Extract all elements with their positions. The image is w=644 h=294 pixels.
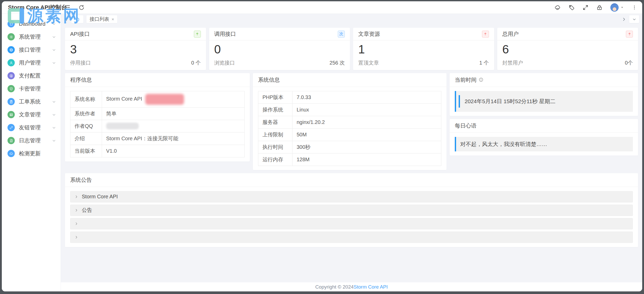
home-tab-icon — [75, 17, 80, 22]
copyright-link[interactable]: Storm Core API — [354, 284, 388, 290]
lock-icon[interactable] — [596, 4, 603, 11]
user-icon — [8, 59, 15, 66]
sidebar-item-label: 支付配置 — [19, 72, 41, 79]
accordion-row-notice[interactable]: 公告 — [70, 205, 633, 216]
chevron-right-icon — [75, 222, 78, 226]
row-label: 服务器 — [258, 116, 292, 128]
table-row: 系统作者 简单 — [70, 107, 245, 120]
stat-card-api: API接口 3 停用接口 0 个 — [65, 28, 206, 70]
table-row: 服务器 nginx/1.20.2 — [258, 116, 441, 128]
accordion-row-empty[interactable] — [70, 218, 633, 229]
arrow-up-badge-icon — [194, 31, 201, 38]
link-icon — [8, 124, 15, 131]
stat-foot-label: 置顶文章 — [358, 59, 379, 66]
clipboard-icon — [8, 98, 15, 105]
home-icon — [8, 20, 15, 27]
sidebar-item-payment-config[interactable]: 支付配置 — [2, 69, 61, 82]
panel-title: 每日心语 — [455, 122, 477, 129]
fullscreen-icon[interactable] — [582, 4, 589, 11]
sidebar-item-article-mgmt[interactable]: 文章管理 — [2, 108, 61, 121]
stat-title: API接口 — [70, 30, 90, 38]
user-menu[interactable] — [610, 3, 624, 12]
app-header: Storm Core API控制台 — [2, 1, 642, 14]
panel-title: 程序信息 — [70, 76, 92, 83]
tabs-scroll-right-icon[interactable] — [622, 17, 626, 22]
stat-title: 文章资源 — [358, 30, 380, 38]
stats-row: API接口 3 停用接口 0 个 调用接口 次 — [65, 28, 638, 70]
sidebar-item-check-update[interactable]: 检测更新 — [2, 147, 61, 160]
stat-value: 6 — [497, 40, 638, 56]
tab-close-icon[interactable]: × — [112, 17, 114, 22]
shield-check-icon — [8, 85, 15, 92]
tab-api-list[interactable]: 接口列表 × — [86, 15, 117, 23]
sidebar-item-system-mgmt[interactable]: 系统管理 — [2, 30, 61, 43]
dashboard-content: API接口 3 停用接口 0 个 调用接口 次 — [61, 25, 642, 282]
table-row: 系统名称 Storm Core API — [70, 91, 245, 107]
sidebar-item-card-key-mgmt[interactable]: 卡密管理 — [2, 82, 61, 95]
stat-title: 调用接口 — [214, 30, 236, 38]
tab-bar: 接口列表 × — [61, 14, 642, 25]
sidebar-item-label: 友链管理 — [19, 124, 41, 131]
sidebar-item-ticket-system[interactable]: 工单系统 — [2, 95, 61, 108]
row-label: 当前版本 — [70, 145, 102, 157]
sidebar-item-label: 检测更新 — [19, 150, 41, 157]
chevron-down-icon — [52, 113, 56, 117]
stat-foot-value: 0 个 — [191, 59, 201, 66]
current-time-quote: 2024年5月14日 15时52分11秒 星期二 — [455, 91, 633, 112]
stat-card-users: 总用户 6 封禁用户 0个 — [497, 28, 638, 70]
panel-title: 当前时间 — [455, 76, 477, 83]
sidebar: Dashboard 系统管理 接口管理 用户管理 支付配置 — [2, 14, 61, 291]
row-label: 执行时间 — [258, 141, 292, 153]
sidebar-item-label: 文章管理 — [19, 111, 41, 118]
tabs-dropdown-button[interactable] — [629, 15, 639, 23]
stat-foot-value: 1 个 — [479, 59, 489, 66]
kebab-menu-icon[interactable] — [632, 4, 637, 11]
accordion-row-empty[interactable] — [70, 232, 633, 243]
tabs-scroll-left-icon[interactable] — [64, 17, 68, 22]
system-info-table: PHP版本 7.0.33 操作系统 Linux 服务器 nginx/1.20.2 — [258, 91, 441, 166]
collapse-sidebar-icon[interactable] — [64, 4, 71, 11]
sidebar-item-label: 接口管理 — [19, 46, 41, 53]
sidebar-item-friendlink-mgmt[interactable]: 友链管理 — [2, 121, 61, 134]
browser-window: Storm Core API控制台 Dashboard — [2, 1, 642, 291]
sidebar-item-label: 工单系统 — [19, 98, 41, 105]
daily-quote-panel: 每日心语 对不起，风太大，我没有听清楚…… — [450, 119, 638, 156]
brand: Storm Core API控制台 — [2, 3, 61, 12]
accordion-label: 公告 — [82, 207, 92, 214]
stat-card-calls: 调用接口 次 0 浏览接口 256 次 — [209, 28, 350, 70]
stat-title: 总用户 — [502, 30, 519, 38]
sidebar-item-api-mgmt[interactable]: 接口管理 — [2, 43, 61, 56]
gear-icon — [8, 33, 15, 40]
grid-icon — [8, 111, 15, 118]
panel-title: 系统信息 — [258, 76, 280, 83]
user-avatar[interactable] — [610, 3, 619, 12]
caret-down-icon — [620, 5, 624, 9]
stat-foot-label: 停用接口 — [70, 59, 91, 66]
stat-foot-label: 封禁用户 — [502, 59, 523, 66]
tag-icon[interactable] — [568, 4, 575, 11]
sidebar-item-user-mgmt[interactable]: 用户管理 — [2, 56, 61, 69]
info-circle-icon — [479, 77, 484, 82]
chevron-right-icon — [75, 208, 78, 212]
row-value: 7.0.33 — [292, 91, 441, 103]
page-footer: Copyright © 2024 Storm Core API — [61, 282, 642, 291]
redaction-blob — [106, 123, 139, 129]
accordion-row-storm-core-api[interactable]: Storm Core API — [70, 191, 633, 202]
current-time-panel: 当前时间 2024年5月14日 15时52分11秒 星期二 — [450, 73, 638, 116]
row-label: 作者QQ — [70, 120, 102, 132]
sidebar-item-label: 日志管理 — [19, 137, 41, 144]
row-label: 系统名称 — [70, 91, 102, 107]
sidebar-item-dashboard[interactable]: Dashboard — [2, 17, 61, 30]
sidebar-item-log-mgmt[interactable]: 日志管理 — [2, 134, 61, 147]
chevron-down-icon — [632, 17, 636, 21]
table-row: 运行内存 128M — [258, 153, 441, 166]
table-row: 介绍 Storm Core API：连接无限可能 — [70, 132, 245, 145]
sidebar-item-label: 系统管理 — [19, 33, 41, 40]
cloud-code-icon[interactable] — [554, 4, 561, 11]
panel-title: 系统公告 — [70, 176, 92, 184]
current-time-text: 2024年5月14日 15时52分11秒 星期二 — [465, 98, 555, 104]
chevron-right-icon — [75, 195, 78, 199]
refresh-icon[interactable] — [78, 4, 85, 11]
tab-home[interactable] — [71, 15, 83, 23]
cloud-up-icon — [8, 150, 15, 157]
